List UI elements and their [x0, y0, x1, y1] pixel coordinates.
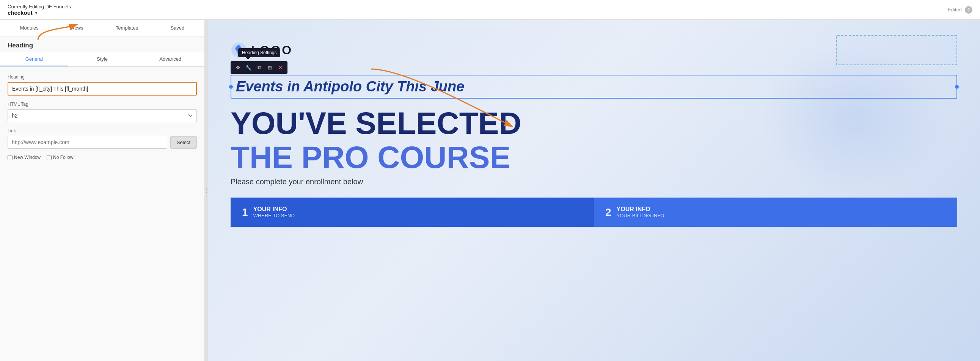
main-layout: Modules Rows Templates Saved Heading Gen… — [0, 20, 980, 361]
heading-input[interactable] — [8, 82, 197, 95]
link-input[interactable] — [8, 136, 167, 149]
page-header: LOGO — [231, 27, 957, 71]
editing-label: Currently Editing DF Funnels — [8, 4, 71, 10]
step-2-number: 2 — [605, 206, 611, 218]
edited-status: Edited — [948, 7, 962, 13]
top-bar-editing-info: Currently Editing DF Funnels checkout ▾ — [8, 4, 71, 16]
dashed-placeholder — [836, 35, 957, 65]
page-chevron-icon[interactable]: ▾ — [35, 10, 38, 16]
resize-dot-right[interactable] — [955, 85, 959, 89]
big-heading-line2: THE PRO COURSE — [231, 140, 957, 175]
select-button[interactable]: Select — [170, 136, 197, 149]
step-1-number: 1 — [242, 206, 248, 218]
checkbox-row: New Window No Follow — [8, 155, 197, 160]
settings-icon[interactable]: 🔧 — [243, 62, 253, 72]
sub-tab-advanced[interactable]: Advanced — [136, 52, 204, 66]
heading-field-label: Heading — [8, 74, 197, 80]
resize-dot-left[interactable] — [229, 85, 233, 89]
no-follow-label[interactable]: No Follow — [47, 155, 73, 160]
step-1-subtitle: WHERE TO SEND — [253, 213, 295, 218]
step-1-info: YOUR INFO WHERE TO SEND — [253, 206, 295, 218]
step-tab-2[interactable]: 2 YOUR INFO YOUR BILLING INFO — [594, 197, 957, 227]
top-bar: Currently Editing DF Funnels checkout ▾ … — [0, 0, 980, 20]
tab-templates[interactable]: Templates — [110, 21, 143, 35]
link-row: Select — [8, 136, 197, 149]
html-tag-select[interactable]: h2 h1 h3 h4 p — [8, 109, 197, 122]
step-2-title: YOUR INFO — [617, 206, 665, 213]
tab-saved[interactable]: Saved — [165, 21, 189, 35]
panel-content: Heading HTML Tag h2 h1 h3 h4 p Link Sele… — [0, 67, 204, 361]
link-field-label: Link — [8, 128, 197, 134]
heading-border-box[interactable]: Events in Antipolo City This June — [231, 75, 957, 99]
html-tag-label: HTML Tag — [8, 102, 197, 107]
top-bar-left: Currently Editing DF Funnels checkout ▾ — [8, 4, 71, 16]
big-heading-line1: YOU'VE SELECTED — [231, 106, 957, 140]
sub-tab-style[interactable]: Style — [68, 52, 137, 66]
no-follow-checkbox[interactable] — [47, 155, 52, 160]
heading-settings-tooltip: Heading Settings — [238, 48, 280, 57]
subtitle-text: Please complete your enrollment below — [231, 178, 957, 186]
step-1-title: YOUR INFO — [253, 206, 295, 213]
panel-resize-handle[interactable] — [205, 20, 208, 361]
sub-tabs: General Style Advanced — [0, 52, 204, 67]
arrow-to-tabs-icon — [34, 21, 80, 44]
grid-icon[interactable]: ⊞ — [265, 62, 275, 72]
close-icon[interactable]: ✕ — [275, 62, 285, 72]
move-tool-icon[interactable]: ✥ — [233, 62, 243, 72]
left-panel: Modules Rows Templates Saved Heading Gen… — [0, 20, 205, 361]
step-tab-1[interactable]: 1 YOUR INFO WHERE TO SEND — [231, 197, 594, 227]
step-2-info: YOUR INFO YOUR BILLING INFO — [617, 206, 665, 218]
page-canvas: LOGO Heading Settings ✥ 🔧 ⧉ ⊞ ✕ — [208, 20, 980, 361]
right-content: LOGO Heading Settings ✥ 🔧 ⧉ ⊞ ✕ — [208, 20, 980, 361]
copy-icon[interactable]: ⧉ — [254, 62, 264, 72]
step-2-subtitle: YOUR BILLING INFO — [617, 213, 665, 218]
new-window-label[interactable]: New Window — [8, 155, 41, 160]
big-heading: YOU'VE SELECTED THE PRO COURSE — [231, 106, 957, 175]
new-window-checkbox[interactable] — [8, 155, 13, 160]
help-icon[interactable]: ? — [965, 6, 972, 14]
page-name: checkout — [8, 10, 33, 16]
section-title: Heading — [0, 37, 204, 52]
step-tabs: 1 YOUR INFO WHERE TO SEND 2 YOUR INFO YO… — [231, 197, 957, 227]
sub-tab-general[interactable]: General — [0, 52, 68, 66]
heading-toolbar: ✥ 🔧 ⧉ ⊞ ✕ — [231, 61, 288, 74]
panel-nav-tabs: Modules Rows Templates Saved — [0, 20, 204, 37]
heading-display-text: Events in Antipolo City This June — [236, 78, 952, 95]
heading-edit-wrapper: Heading Settings ✥ 🔧 ⧉ ⊞ ✕ Events in Ant… — [231, 75, 957, 99]
top-bar-right: Edited ? — [948, 6, 972, 14]
